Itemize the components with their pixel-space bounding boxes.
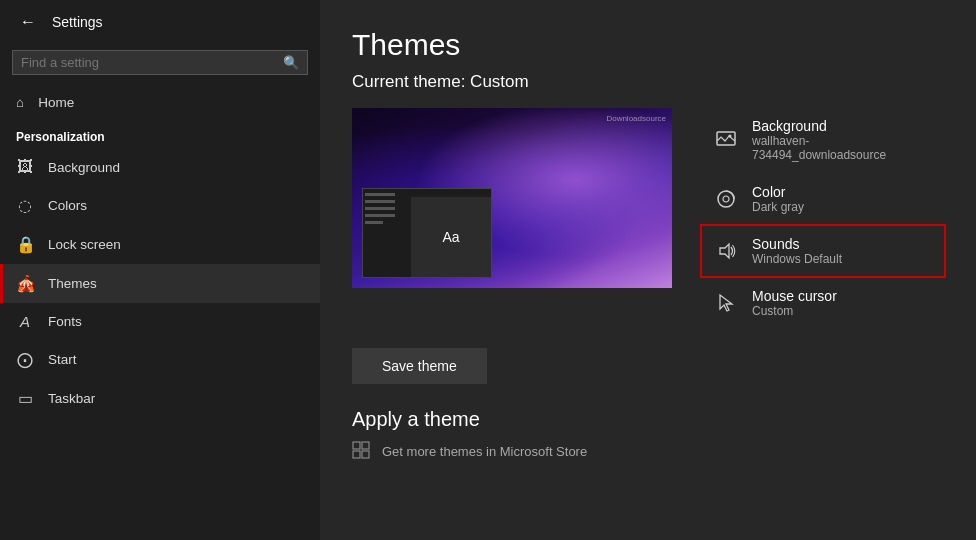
thumbnail-watermark: Downloadsource [606, 114, 666, 123]
fonts-icon: A [16, 313, 34, 330]
prop-sounds[interactable]: Sounds Windows Default [702, 226, 944, 276]
mockup-line [365, 221, 383, 224]
window-mockup: Aa [362, 188, 492, 278]
svg-rect-8 [353, 451, 360, 458]
mockup-lines [365, 193, 395, 228]
lock-icon: 🔒 [16, 235, 34, 254]
home-icon: ⌂ [16, 95, 24, 110]
prop-color[interactable]: Color Dark gray [702, 174, 944, 224]
back-button[interactable]: ← [16, 11, 40, 33]
svg-rect-9 [362, 451, 369, 458]
get-more-themes-label: Get more themes in Microsoft Store [382, 444, 587, 459]
sounds-prop-icon [714, 239, 738, 263]
search-icon: 🔍 [283, 55, 299, 70]
home-label: Home [38, 95, 74, 110]
get-more-themes-link[interactable]: Get more themes in Microsoft Store [352, 441, 944, 461]
theme-thumbnail: Downloadsource Aa [352, 108, 672, 288]
background-prop-text: Background wallhaven-734494_downloadsour… [752, 118, 932, 162]
color-prop-icon [714, 187, 738, 211]
taskbar-icon: ▭ [16, 389, 34, 408]
background-icon: 🖼 [16, 158, 34, 176]
mockup-line [365, 200, 395, 203]
mockup-line [365, 207, 395, 210]
background-prop-name: Background [752, 118, 932, 134]
sidebar-item-themes[interactable]: 🎪 Themes [0, 264, 320, 303]
color-prop-name: Color [752, 184, 804, 200]
sidebar-item-label: Start [48, 352, 77, 367]
sidebar-item-label: Colors [48, 198, 87, 213]
color-prop-value: Dark gray [752, 200, 804, 214]
background-prop-value: wallhaven-734494_downloadsource [752, 134, 932, 162]
save-theme-button[interactable]: Save theme [352, 348, 487, 384]
search-input[interactable] [21, 55, 277, 70]
sidebar-item-colors[interactable]: ◌ Colors [0, 186, 320, 225]
sidebar-item-background[interactable]: 🖼 Background [0, 148, 320, 186]
svg-point-1 [729, 135, 732, 138]
mockup-line [365, 193, 395, 196]
sidebar-header: ← Settings [0, 0, 320, 44]
mouse-cursor-prop-icon [714, 291, 738, 315]
sidebar-item-fonts[interactable]: A Fonts [0, 303, 320, 340]
mockup-line [365, 214, 395, 217]
sidebar-item-taskbar[interactable]: ▭ Taskbar [0, 379, 320, 418]
mouse-cursor-prop-value: Custom [752, 304, 837, 318]
search-box[interactable]: 🔍 [12, 50, 308, 75]
apply-theme-title: Apply a theme [352, 408, 944, 431]
sidebar-item-label: Fonts [48, 314, 82, 329]
colors-icon: ◌ [16, 196, 34, 215]
sounds-prop-name: Sounds [752, 236, 842, 252]
svg-marker-4 [720, 244, 729, 258]
app-title: Settings [52, 14, 103, 30]
background-prop-icon [714, 128, 738, 152]
theme-properties: Background wallhaven-734494_downloadsour… [702, 108, 944, 328]
svg-rect-7 [362, 442, 369, 449]
sidebar-section-label: Personalization [0, 120, 320, 148]
theme-preview-area: Downloadsource Aa [352, 108, 944, 328]
sidebar-item-home[interactable]: ⌂ Home [0, 85, 320, 120]
page-title: Themes [352, 28, 944, 62]
mouse-cursor-prop-name: Mouse cursor [752, 288, 837, 304]
sounds-prop-value: Windows Default [752, 252, 842, 266]
svg-rect-6 [353, 442, 360, 449]
color-prop-text: Color Dark gray [752, 184, 804, 214]
window-aa-label: Aa [411, 197, 491, 277]
sidebar-item-label: Taskbar [48, 391, 95, 406]
sidebar-item-label: Background [48, 160, 120, 175]
sidebar-item-lock-screen[interactable]: 🔒 Lock screen [0, 225, 320, 264]
sidebar-item-start[interactable]: ⨀ Start [0, 340, 320, 379]
mouse-cursor-prop-text: Mouse cursor Custom [752, 288, 837, 318]
main-content: Themes Current theme: Custom Downloadsou… [320, 0, 976, 540]
sidebar-item-label: Lock screen [48, 237, 121, 252]
sidebar-item-label: Themes [48, 276, 97, 291]
svg-point-3 [723, 196, 729, 202]
sidebar: ← Settings 🔍 ⌂ Home Personalization 🖼 Ba… [0, 0, 320, 540]
prop-background[interactable]: Background wallhaven-734494_downloadsour… [702, 108, 944, 172]
store-icon [352, 441, 372, 461]
themes-icon: 🎪 [16, 274, 34, 293]
svg-marker-5 [720, 295, 732, 311]
prop-mouse-cursor[interactable]: Mouse cursor Custom [702, 278, 944, 328]
start-icon: ⨀ [16, 350, 34, 369]
sounds-prop-text: Sounds Windows Default [752, 236, 842, 266]
current-theme-label: Current theme: Custom [352, 72, 944, 92]
